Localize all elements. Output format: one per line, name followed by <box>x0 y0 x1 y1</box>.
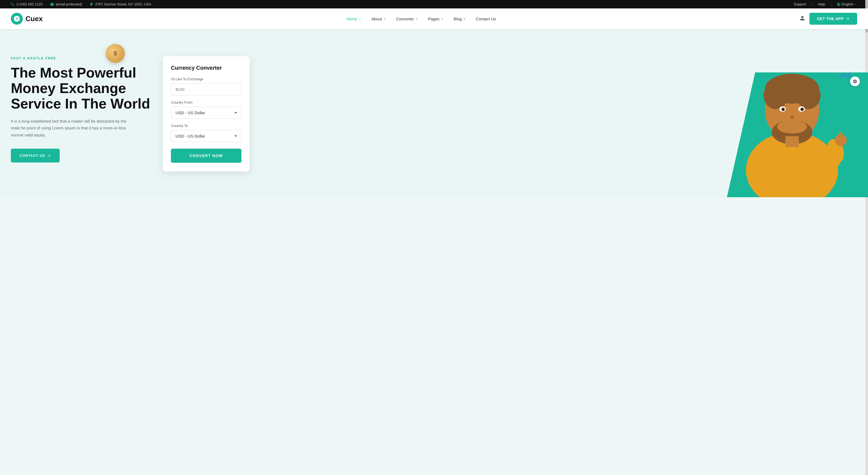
converter-card: Currency Converter I'd Like To Exchange … <box>163 56 250 171</box>
hero-left: FAST & HASTLE FREE The Most Powerful Mon… <box>11 45 152 162</box>
address-item: 2767 Sunrise Street, NY 1002, USA <box>90 2 151 6</box>
coin-decoration: $ <box>106 44 125 63</box>
converter-section: Currency Converter I'd Like To Exchange … <box>163 56 250 171</box>
hero-title-line1: The Most Powerful <box>11 65 136 81</box>
get-app-label: GET THE APP <box>817 17 844 21</box>
nav-home[interactable]: Home <box>343 14 365 23</box>
country-from-select[interactable]: USD - US Dollar EUR - Euro GBP - British… <box>171 106 241 119</box>
chevron-down-icon <box>358 18 362 21</box>
arrow-right-icon <box>846 17 849 21</box>
contact-us-button[interactable]: CONTACT US <box>11 149 60 162</box>
address-text: 2767 Sunrise Street, NY 1002, USA <box>95 2 151 6</box>
svg-point-13 <box>777 120 807 133</box>
swirl-icon <box>838 71 852 79</box>
hero-section: $ FAST & HASTLE FREE The Most Powerful M… <box>0 29 868 197</box>
top-bar-left: (+245) 592 1125 [email protected] 2767 S… <box>11 2 151 6</box>
top-bar: (+245) 592 1125 [email protected] 2767 S… <box>0 0 868 8</box>
settings-icon <box>852 79 858 84</box>
location-icon <box>90 2 93 6</box>
contact-btn-label: CONTACT US <box>20 154 45 158</box>
scrollbar-thumb[interactable] <box>865 29 868 33</box>
hero-title-line3: Service In The World <box>11 96 150 112</box>
convert-btn-label: CONVERT NOW <box>189 154 223 158</box>
country-from-label: Country From <box>171 100 241 104</box>
exchange-input[interactable] <box>171 83 241 95</box>
svg-point-10 <box>801 108 804 111</box>
logo[interactable]: Cuex <box>11 13 43 25</box>
convert-now-button[interactable]: CONVERT NOW <box>171 149 241 163</box>
chevron-down-icon <box>463 18 466 21</box>
divider2: | <box>831 2 831 6</box>
nav-right: GET THE APP <box>800 13 857 25</box>
svg-rect-14 <box>785 136 799 147</box>
language-selector[interactable]: English <box>837 2 857 6</box>
chevron-down-icon <box>440 18 444 21</box>
nav-pages-label: Pages <box>428 17 440 21</box>
user-icon <box>800 15 805 21</box>
svg-point-1 <box>18 17 19 18</box>
phone-item: (+245) 592 1125 <box>11 2 42 6</box>
coin-symbol: $ <box>114 50 117 57</box>
nav-blog[interactable]: Blog <box>450 14 470 23</box>
divider1: | <box>812 2 812 6</box>
arrow-right-icon <box>47 154 51 158</box>
svg-point-5 <box>764 82 788 109</box>
support-link[interactable]: Support <box>794 2 806 6</box>
country-to-select[interactable]: USD - US Dollar EUR - Euro GBP - British… <box>171 130 241 142</box>
person-svg <box>735 56 849 197</box>
country-to-label: Country To <box>171 124 241 128</box>
nav-about-label: About <box>371 17 382 21</box>
nav-contact[interactable]: Contact Us <box>472 14 500 23</box>
svg-point-9 <box>781 108 785 111</box>
settings-button[interactable] <box>850 76 860 86</box>
nav-contact-label: Contact Us <box>476 17 496 21</box>
top-bar-right: Support | Help | English <box>794 2 857 6</box>
country-from-wrapper: USD - US Dollar EUR - Euro GBP - British… <box>171 106 241 119</box>
globe-icon <box>837 2 841 6</box>
hero-person-image <box>727 45 857 197</box>
swirl-decoration <box>838 71 852 80</box>
nav-links: Home About Converter Pages Blog Contact … <box>343 14 500 23</box>
email-text: [email protected] <box>56 2 82 6</box>
nav-converter[interactable]: Converter <box>392 14 422 23</box>
country-to-wrapper: USD - US Dollar EUR - Euro GBP - British… <box>171 130 241 142</box>
exchange-label: I'd Like To Exchange <box>171 77 241 81</box>
logo-text: Cuex <box>26 14 43 23</box>
converter-title: Currency Converter <box>171 65 241 71</box>
logo-svg <box>13 15 20 22</box>
svg-point-6 <box>796 82 820 109</box>
phone-text: (+245) 592 1125 <box>17 2 42 6</box>
nav-home-label: Home <box>346 17 357 21</box>
nav-converter-label: Converter <box>396 17 414 21</box>
email-icon <box>50 2 54 6</box>
chevron-down-icon <box>383 18 386 21</box>
logo-icon <box>11 13 23 25</box>
nav-pages[interactable]: Pages <box>424 14 448 23</box>
hero-right <box>260 45 857 197</box>
hero-title-line2: Money Exchange <box>11 80 126 96</box>
get-app-button[interactable]: GET THE APP <box>809 13 857 25</box>
nav-blog-label: Blog <box>454 17 462 21</box>
chevron-down-icon <box>415 18 418 21</box>
hero-description: It is a long established fact that a rea… <box>11 118 130 138</box>
nav-about[interactable]: About <box>368 14 390 23</box>
language-text: English <box>842 2 854 6</box>
email-item: [email protected] <box>50 2 82 6</box>
navbar: Cuex Home About Converter Pages Blog Con… <box>0 8 868 29</box>
user-icon-button[interactable] <box>800 15 805 22</box>
svg-point-0 <box>15 17 16 18</box>
hero-badge: FAST & HASTLE FREE <box>11 56 152 60</box>
help-link[interactable]: Help <box>818 2 825 6</box>
phone-icon <box>11 2 14 6</box>
hero-title: The Most Powerful Money Exchange Service… <box>11 65 152 112</box>
svg-point-11 <box>790 116 794 119</box>
chevron-down-icon <box>855 3 857 6</box>
